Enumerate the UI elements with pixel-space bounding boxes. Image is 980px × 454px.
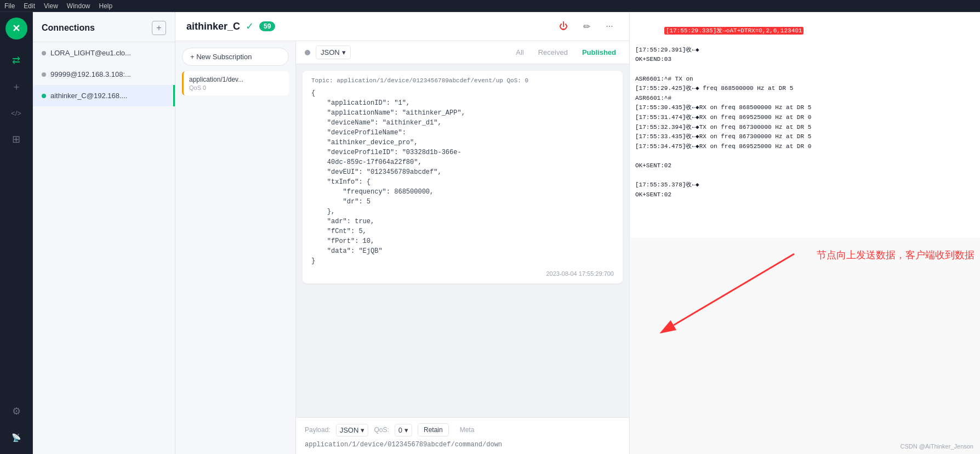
message-status-dot <box>305 50 310 55</box>
edit-button[interactable]: ✏ <box>578 18 595 35</box>
add-nav-icon[interactable]: ＋ <box>5 76 27 98</box>
terminal-line: ASR6601:^# <box>635 94 975 104</box>
conn-status-dot-99999 <box>42 72 46 77</box>
menu-window[interactable]: Window <box>67 2 90 10</box>
terminal-line: ASR6601:^# TX on <box>635 75 975 84</box>
menu-view[interactable]: View <box>44 2 58 10</box>
check-icon: ✓ <box>246 20 254 32</box>
terminal-line <box>635 151 975 161</box>
input-bar: Payload: JSON ▾ QoS: 0 ▾ Retain Meta <box>296 417 629 454</box>
main-header: aithinker_C ✓ 59 ⏻ ✏ ··· <box>175 12 629 41</box>
icon-sidebar: ✕ ⇄ ＋ </> ⊞ ⚙ 📡 <box>0 12 33 454</box>
conn-name-aithinker: aithinker_C@192.168.... <box>50 92 127 100</box>
message-topic-line: Topic: application/1/device/0123456789ab… <box>311 77 614 84</box>
filter-received-button[interactable]: Received <box>534 46 572 59</box>
message-bubble: Topic: application/1/device/0123456789ab… <box>303 71 623 283</box>
payload-format-selector[interactable]: JSON ▾ <box>336 424 369 436</box>
connection-item-lora[interactable]: LORA_LIGHT@eu1.clo... <box>33 42 175 64</box>
messages-list: Topic: application/1/device/0123456789ab… <box>296 64 629 417</box>
terminal-line: [17:55:33.435]收←◆RX on freq 867300000 Hz… <box>635 132 975 142</box>
settings-nav-icon[interactable]: ⚙ <box>5 400 27 422</box>
terminal-content: [17:55:29.335]发→◇AT+DTRX=0,2,6,123401 [1… <box>630 12 980 237</box>
terminal-line <box>635 171 975 181</box>
filter-published-button[interactable]: Published <box>578 46 620 59</box>
terminal-line: [17:55:29.335]发→◇AT+DTRX=0,2,6,123401 <box>635 16 975 46</box>
payload-format-chevron-icon: ▾ <box>361 426 364 434</box>
terminal-line: [17:55:32.394]收←◆TX on freq 867300000 Hz… <box>635 123 975 133</box>
messages-area: JSON ▾ All Received Published Topic: app… <box>296 41 629 454</box>
sub-topic: application/1/dev... <box>189 76 243 83</box>
subscriptions-panel: + New Subscription application/1/dev... … <box>175 41 296 454</box>
qos-value: 0 <box>398 426 402 434</box>
menu-file[interactable]: File <box>4 2 15 10</box>
terminal-line: [17:55:31.474]收←◆RX on freq 869525000 Hz… <box>635 113 975 123</box>
main-area: aithinker_C ✓ 59 ⏻ ✏ ··· + New Subscript… <box>175 12 629 454</box>
new-subscription-button[interactable]: + New Subscription <box>182 48 289 66</box>
format-label: JSON <box>321 48 340 56</box>
conn-status-dot-lora <box>42 51 46 55</box>
highlighted-terminal-line: [17:55:29.335]发→◇AT+DTRX=0,2,6,123401 <box>664 27 804 35</box>
connections-header: Connections + <box>33 12 175 42</box>
connection-item-aithinker[interactable]: aithinker_C@192.168.... <box>33 85 175 106</box>
qos-label: QoS: <box>374 426 389 434</box>
filter-all-button[interactable]: All <box>511 46 528 59</box>
connections-nav-icon[interactable]: ⇄ <box>5 49 27 71</box>
annotation-area: 节点向上发送数据，客户端收到数据 CSDN @AiThinker_Jenson <box>630 237 980 454</box>
payload-label: Payload: <box>305 426 331 434</box>
terminal-line: OK+SEND:03 <box>635 55 975 65</box>
sub-qos: QoS 0 <box>189 84 243 91</box>
conn-name-99999: 99999@192.168.3.108:... <box>50 70 131 78</box>
messages-toolbar: JSON ▾ All Received Published <box>296 41 629 64</box>
active-conn-label: aithinker_C <box>186 21 240 32</box>
svg-line-1 <box>674 254 794 325</box>
connections-title: Connections <box>42 23 95 33</box>
subscription-item[interactable]: application/1/dev... QoS 0 <box>182 71 289 95</box>
terminal-line: OK+SENT:02 <box>635 190 975 200</box>
terminal-line: [17:55:35.378]收←◆ <box>635 180 975 190</box>
format-chevron-icon: ▾ <box>342 48 346 56</box>
terminal-line: OK+SENT:02 <box>635 161 975 171</box>
message-count-badge: 59 <box>259 21 275 31</box>
conn-status-dot-aithinker <box>42 94 46 98</box>
terminal-line: [17:55:29.425]收←◆ freq 868500000 Hz at D… <box>635 84 975 94</box>
terminal-line <box>635 65 975 75</box>
menu-help[interactable]: Help <box>99 2 113 10</box>
meta-button[interactable]: Meta <box>454 424 480 436</box>
qos-chevron-icon: ▾ <box>404 426 408 434</box>
message-content: { "applicationID": "1", "applicationName… <box>311 88 614 266</box>
terminal-line: [17:55:30.435]收←◆RX on freq 868500000 Hz… <box>635 103 975 113</box>
menu-bar: File Edit View Window Help <box>0 0 980 12</box>
menu-edit[interactable]: Edit <box>24 2 35 10</box>
terminal-line: [17:55:29.391]收←◆ <box>635 46 975 55</box>
input-row1: Payload: JSON ▾ QoS: 0 ▾ Retain Meta <box>305 423 620 436</box>
more-button[interactable]: ··· <box>601 18 618 35</box>
terminal-line: [17:55:34.475]收←◆RX on freq 869525000 Hz… <box>635 142 975 152</box>
app-logo: ✕ <box>5 18 27 39</box>
arrow-svg <box>630 237 980 454</box>
content-area: + New Subscription application/1/dev... … <box>175 41 629 454</box>
grid-nav-icon[interactable]: ⊞ <box>5 128 27 150</box>
code-nav-icon[interactable]: </> <box>5 102 27 124</box>
message-timestamp: 2023-08-04 17:55:29:700 <box>311 270 614 277</box>
topic-input[interactable]: application/1/device/0123456789abcdef/co… <box>305 441 620 449</box>
csdn-watermark: CSDN @AiThinker_Jenson <box>901 443 973 450</box>
add-connection-button[interactable]: + <box>152 21 166 35</box>
payload-format-label: JSON <box>340 426 359 434</box>
format-selector[interactable]: JSON ▾ <box>316 46 351 59</box>
antenna-nav-icon[interactable]: 📡 <box>5 427 27 449</box>
retain-button[interactable]: Retain <box>418 423 449 436</box>
annotation-text: 节点向上发送数据，客户端收到数据 <box>817 248 975 262</box>
connection-item-99999[interactable]: 99999@192.168.3.108:... <box>33 64 175 85</box>
qos-selector[interactable]: 0 ▾ <box>395 424 412 436</box>
right-panel: [17:55:29.335]发→◇AT+DTRX=0,2,6,123401 [1… <box>629 12 980 454</box>
conn-name-lora: LORA_LIGHT@eu1.clo... <box>50 49 131 57</box>
power-button[interactable]: ⏻ <box>555 18 572 35</box>
connections-panel: Connections + LORA_LIGHT@eu1.clo... 9999… <box>33 12 175 454</box>
